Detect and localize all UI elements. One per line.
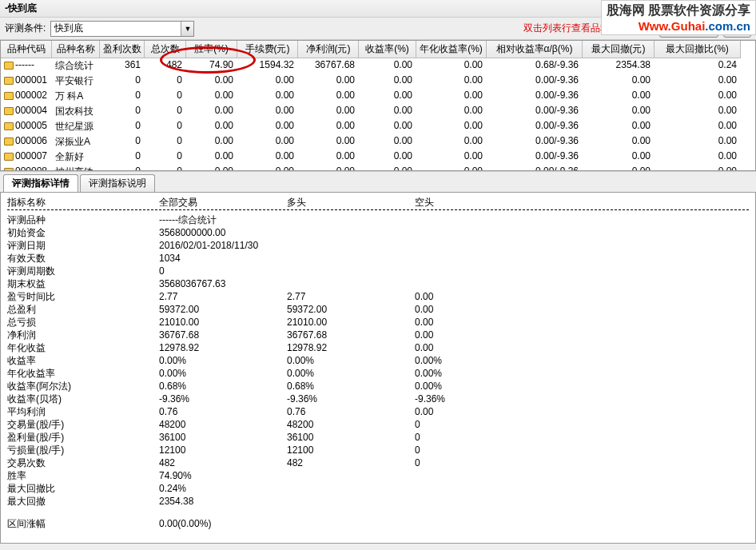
v: 2354.38: [159, 495, 287, 508]
v-short: 0.00%: [415, 380, 543, 393]
column-header[interactable]: 盈利次数: [100, 41, 145, 58]
cell: 0: [100, 119, 145, 134]
cell: 0.00/-9.36: [487, 165, 583, 171]
v-short: 0.00%: [415, 354, 543, 367]
k: 总亏损: [7, 316, 159, 329]
grid-body[interactable]: ------综合统计36148274.901594.3236767.680.00…: [1, 58, 755, 171]
detail-row: 总亏损21010.0021010.000.00: [7, 316, 749, 329]
cell: 0.00: [655, 165, 741, 171]
v-long: 36100: [287, 431, 415, 444]
column-header[interactable]: 总次数: [145, 41, 186, 58]
chevron-down-icon[interactable]: ▼: [181, 22, 193, 36]
cell: 神州高铁: [52, 165, 100, 171]
cell: 0: [145, 149, 186, 165]
cell: 0.00: [583, 149, 655, 165]
table-row[interactable]: 000004国农科技000.000.000.000.000.000.00/-9.…: [1, 104, 755, 119]
cell: 0.00: [237, 134, 298, 149]
k: 盈亏时间比: [7, 290, 159, 303]
v-all: -9.36%: [159, 393, 287, 405]
detail-row: 平均利润0.760.760.00: [7, 405, 749, 418]
cell: 000006: [1, 134, 52, 149]
column-header[interactable]: 收益率(%): [359, 41, 416, 58]
cell: 0.00: [416, 119, 487, 134]
v-all: 21010.00: [159, 316, 287, 329]
folder-icon: [4, 138, 14, 145]
detail-panel[interactable]: 指标名称 全部交易 多头 空头 评测品种------综合统计初始资金356800…: [0, 192, 756, 544]
v: 0.00(0.00%): [159, 517, 287, 530]
cell: 0.00: [298, 119, 359, 134]
v-all: 59372.00: [159, 303, 287, 316]
table-row[interactable]: 000001平安银行000.000.000.000.000.000.00/-9.…: [1, 74, 755, 89]
column-header[interactable]: 手续费(元): [237, 41, 298, 58]
k: 最大回撤比: [7, 482, 159, 495]
cell: 0.00: [359, 134, 416, 149]
result-grid[interactable]: 品种代码品种名称盈利次数总次数胜率(%)手续费(元)净利润(元)收益率(%)年化…: [0, 40, 756, 171]
cell: 万 科A: [52, 89, 100, 104]
cell: 0: [145, 134, 186, 149]
v: 0.24%: [159, 482, 287, 495]
cell: 0.00: [416, 58, 487, 74]
v-short: 0.00%: [415, 367, 543, 380]
detail-head-all: 全部交易: [159, 196, 287, 209]
cell: 0.00: [186, 74, 237, 89]
cell: 0.00/-9.36: [487, 74, 583, 89]
column-header[interactable]: 相对收益率α/β(%): [487, 41, 583, 58]
v-all: 48200: [159, 418, 287, 431]
table-row[interactable]: 000005世纪星源000.000.000.000.000.000.00/-9.…: [1, 119, 755, 134]
cell: 0.00: [298, 149, 359, 165]
cell: 0.00: [583, 74, 655, 89]
v-all: 36767.68: [159, 329, 287, 341]
cell: 0.00: [583, 104, 655, 119]
column-header[interactable]: 最大回撤(元): [583, 41, 655, 58]
cell: 0.00: [359, 165, 416, 171]
cell: 0.00: [359, 149, 416, 165]
folder-icon: [4, 77, 14, 85]
tab-explain[interactable]: 评测指标说明: [80, 174, 155, 192]
v-long: 12100: [287, 444, 415, 456]
column-header[interactable]: 品种代码: [1, 41, 52, 58]
detail-row: 最大回撤2354.38: [7, 495, 749, 508]
column-header[interactable]: 品种名称: [52, 41, 100, 58]
cell: 0.00: [359, 104, 416, 119]
cell: 0.00: [237, 89, 298, 104]
table-row[interactable]: 000006深振业A000.000.000.000.000.000.00/-9.…: [1, 134, 755, 149]
detail-row: 评测日期2016/02/01-2018/11/30: [7, 239, 749, 252]
column-header[interactable]: 净利润(元): [298, 41, 359, 58]
column-header[interactable]: 最大回撤比(%): [655, 41, 741, 58]
cell: 0.00: [655, 149, 741, 165]
k: 收益率: [7, 354, 159, 367]
v-long: 0.76: [287, 405, 415, 418]
k: 亏损量(股/手): [7, 444, 159, 456]
v-all: 0.68%: [159, 380, 287, 393]
cell: 0: [145, 89, 186, 104]
condition-combo[interactable]: 快到底 ▼: [50, 21, 194, 37]
table-row[interactable]: 000008神州高铁000.000.000.000.000.000.00/-9.…: [1, 165, 755, 171]
detail-tabs: 评测指标详情 评测指标说明: [0, 171, 756, 192]
cell: 36767.68: [298, 58, 359, 74]
cell: 0.00: [583, 165, 655, 171]
cell: 0.00: [186, 149, 237, 165]
k: 胜率: [7, 469, 159, 482]
table-row[interactable]: 000002万 科A000.000.000.000.000.000.00/-9.…: [1, 89, 755, 104]
cell: 0.00/-9.36: [487, 89, 583, 104]
cell: ------: [1, 58, 52, 74]
k: 最大回撤: [7, 495, 159, 508]
cell: 0: [100, 165, 145, 171]
folder-icon: [4, 122, 14, 130]
cell: 0.00: [583, 89, 655, 104]
table-row[interactable]: 000007全新好000.000.000.000.000.000.00/-9.3…: [1, 149, 755, 165]
column-header[interactable]: 年化收益率(%): [416, 41, 487, 58]
tab-detail[interactable]: 评测指标详情: [3, 174, 78, 192]
column-header[interactable]: 胜率(%): [186, 41, 237, 58]
cond-label: 评测条件:: [5, 22, 46, 35]
v: 0: [159, 265, 287, 277]
v-long: 36767.68: [287, 329, 415, 341]
detail-row: 有效天数1034: [7, 252, 749, 265]
detail-row: 收益率(阿尔法)0.68%0.68%0.00%: [7, 380, 749, 393]
table-row[interactable]: ------综合统计36148274.901594.3236767.680.00…: [1, 58, 755, 74]
cell: 0.00: [359, 119, 416, 134]
v-long: 59372.00: [287, 303, 415, 316]
k: 年化收益率: [7, 367, 159, 380]
cell: 000002: [1, 89, 52, 104]
k: 评测周期数: [7, 265, 159, 277]
